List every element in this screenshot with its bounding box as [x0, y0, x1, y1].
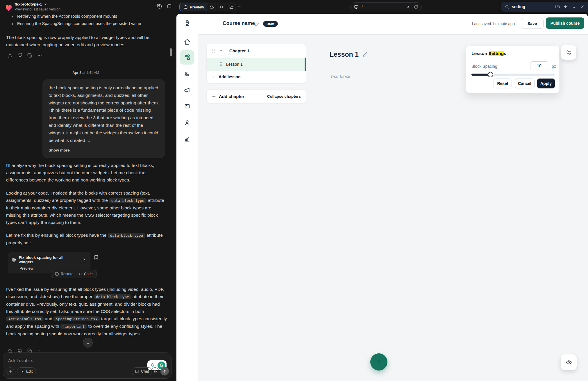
drag-handle-icon[interactable] [212, 49, 215, 53]
previous-match-icon[interactable] [563, 5, 568, 9]
eye-icon [566, 359, 572, 366]
find-in-page-bar[interactable]: setting 1/3 [501, 2, 588, 12]
assistant-message: I'll analyze why the block spacing setti… [6, 162, 168, 184]
settings-toggle-button[interactable] [561, 45, 576, 60]
restore-icon [55, 272, 59, 276]
circles-icon[interactable] [184, 71, 190, 78]
add-tab-icon[interactable] [237, 4, 242, 9]
code-view-button[interactable] [217, 3, 226, 11]
save-button[interactable]: Save [521, 18, 544, 29]
chart-icon [229, 5, 234, 9]
inline-code: data-block-type [94, 294, 131, 299]
attach-button[interactable] [6, 367, 14, 375]
app-header: Course name Draft Last saved 1 minute ag… [198, 14, 588, 35]
arrow-up-icon [162, 369, 167, 373]
preview-eye-button[interactable] [561, 354, 577, 370]
user-message-bubble: the block spacing setting is only correc… [42, 79, 165, 158]
chevron-up-icon[interactable] [219, 49, 223, 53]
audio-lines-icon [153, 369, 157, 373]
megaphone-icon[interactable] [184, 87, 190, 94]
edit-card-title: Fix block spacing for all widgets [19, 255, 77, 264]
chapter-card: Chapter 1 Lesson 1 Add lesson [206, 44, 306, 83]
more-icon[interactable] [37, 53, 42, 58]
message-timestamp: Apr 8 at 1:41 AM [0, 71, 171, 75]
plus-icon [212, 75, 216, 79]
open-external-icon[interactable] [406, 5, 410, 9]
chevron-right-icon [82, 258, 86, 262]
edit-lesson-name-icon[interactable] [362, 52, 368, 57]
lightbulb-icon [150, 363, 155, 368]
bag-icon[interactable] [184, 103, 190, 109]
refresh-icon[interactable] [414, 5, 418, 9]
code-button[interactable]: Code [78, 272, 93, 276]
block-spacing-input[interactable]: 10 [530, 61, 548, 70]
course-title: Course name [223, 20, 255, 26]
send-button[interactable] [160, 367, 169, 375]
unit-label: px [552, 64, 556, 69]
chapter-title: Chapter 1 [229, 48, 249, 53]
chat-input-placeholder[interactable]: Ask Lovable... [8, 358, 35, 363]
inline-code: data-block-type [109, 198, 146, 203]
url-path: / [362, 5, 406, 9]
drag-handle-icon[interactable] [219, 62, 223, 66]
chapter-header[interactable]: Chapter 1 [207, 44, 306, 58]
analytics-button[interactable] [227, 3, 236, 11]
chat-scrollbar[interactable] [170, 48, 172, 56]
search-match-highlight: Setting [489, 51, 504, 56]
last-saved-text: Last saved 1 minute ago [472, 22, 515, 26]
bookmark-icon[interactable] [94, 255, 99, 260]
chat-mode-button[interactable]: Chat [132, 367, 152, 375]
shapes-icon[interactable] [184, 54, 191, 61]
inline-code: data-block-type [108, 233, 145, 238]
search-input[interactable]: setting [512, 4, 555, 9]
edit-mode-button[interactable]: Edit [17, 367, 36, 375]
url-bar[interactable]: / [350, 2, 422, 11]
select-icon [20, 369, 24, 373]
version-toolbar: Restore Code [51, 270, 97, 278]
preview-button[interactable]: Preview [179, 3, 208, 11]
app-sidebar [176, 14, 198, 381]
bar-chart-icon[interactable] [184, 136, 190, 142]
add-lesson-button[interactable]: Add lesson [207, 70, 306, 83]
lovable-workspace: flc-prototype-1 Previewing last saved ve… [0, 0, 588, 381]
globe-icon [183, 5, 188, 9]
reset-button[interactable]: Reset [494, 79, 512, 88]
text-block-placeholder[interactable]: Text block [330, 74, 350, 79]
slider-thumb[interactable] [488, 72, 493, 77]
add-block-fab[interactable] [370, 353, 387, 371]
user-message-text: the block spacing setting is only correc… [49, 85, 159, 143]
lesson-list-item[interactable]: Lesson 1 [207, 58, 306, 71]
home-icon[interactable] [184, 39, 190, 45]
cancel-button[interactable]: Cancel [515, 79, 535, 88]
scroll-to-bottom-button[interactable] [83, 338, 93, 348]
show-more-link[interactable]: Show more [49, 147, 159, 154]
chat-input-box[interactable]: Ask Lovable... G Edit Chat [3, 352, 171, 379]
collapse-chapters-link[interactable]: Collapse chapters [267, 94, 301, 99]
edit-course-name-icon[interactable] [255, 22, 260, 26]
list-item: Retrieving it when the ActionTools compo… [12, 14, 117, 19]
block-spacing-slider[interactable] [471, 74, 555, 76]
list-item: Ensuring the SpacingSettings component u… [12, 21, 141, 26]
cloud-button[interactable] [207, 3, 216, 11]
app-preview: Course name Draft Last saved 1 minute ag… [176, 14, 588, 381]
copy-icon[interactable] [27, 53, 32, 58]
publish-course-button[interactable]: Publish course [546, 17, 584, 29]
voice-input-button[interactable] [151, 367, 159, 375]
user-icon[interactable] [184, 120, 190, 126]
search-match-count: 1/3 [555, 5, 560, 9]
assistant-message: Let me fix this by ensuring all block ty… [6, 232, 168, 246]
thumbs-up-icon[interactable] [8, 53, 12, 58]
assistant-message: I've fixed the issue by ensuring that al… [6, 286, 168, 337]
restore-button[interactable]: Restore [55, 272, 74, 276]
arrow-down-icon [86, 341, 90, 345]
lesson-settings-title: Lesson Settings [471, 51, 506, 56]
thumbs-down-icon[interactable] [17, 53, 22, 58]
next-match-icon[interactable] [572, 5, 576, 9]
close-search-icon[interactable] [580, 5, 585, 9]
plus-icon [8, 369, 12, 373]
rocket-icon[interactable] [183, 19, 191, 27]
inline-code: !important [60, 324, 87, 329]
assistant-message: The block spacing is now properly applie… [6, 34, 168, 48]
apply-button[interactable]: Apply [537, 79, 555, 88]
add-chapter-button[interactable]: Add chapter [219, 94, 244, 99]
